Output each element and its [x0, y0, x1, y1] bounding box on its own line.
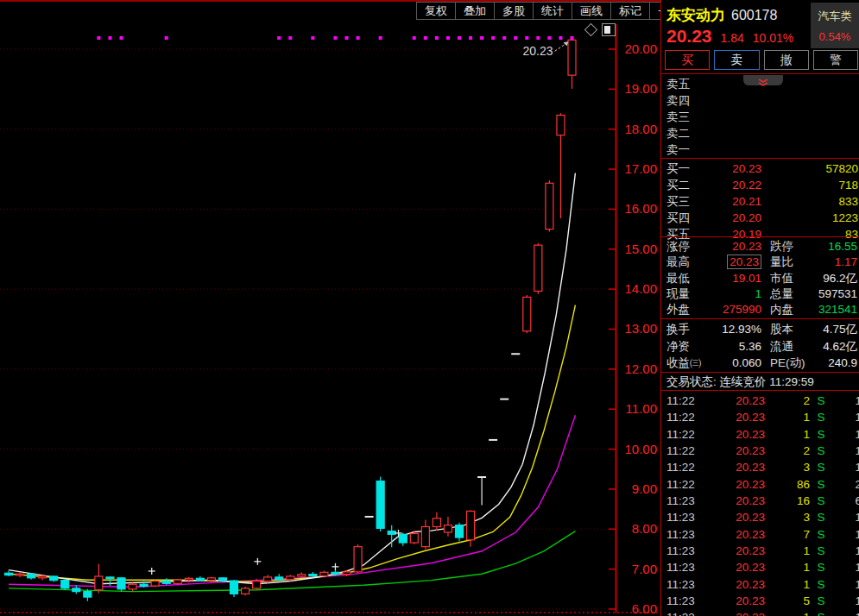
signal-dot	[413, 36, 416, 40]
bid-row[interactable]: 买四20.201223	[661, 210, 859, 226]
buy-button[interactable]: 买	[665, 50, 710, 70]
candle-body	[376, 481, 384, 529]
signal-dot	[514, 36, 517, 40]
bid-volume: 1223	[761, 210, 859, 226]
tick-list[interactable]: 11:2220.232S111:2220.231S111:2220.231S11…	[661, 393, 859, 616]
cancel-button[interactable]: 撤	[764, 50, 809, 70]
signal-dot	[108, 36, 111, 40]
ask-volume	[761, 125, 859, 141]
stock-name: 东安动力	[666, 7, 725, 23]
candle-body	[309, 575, 317, 576]
tick-price: 20.23	[703, 576, 765, 593]
toolbar-button-画线[interactable]: 画线	[572, 2, 611, 20]
stat-label: PE(动)	[761, 355, 806, 371]
y-axis-label: 7.00	[632, 562, 657, 576]
tick-volume: 5	[765, 593, 810, 609]
bid-price: 20.22	[701, 177, 761, 193]
ask-price	[701, 92, 761, 109]
signal-dot	[469, 36, 472, 40]
tick-price: 20.23	[703, 443, 765, 459]
tick-price: 20.23	[703, 426, 765, 443]
ask-row[interactable]: 卖四	[661, 92, 859, 109]
tick-price: 20.23	[703, 509, 765, 525]
tick-count: 1	[832, 393, 859, 409]
ma-line-MA-yellow	[9, 305, 575, 582]
stat-value: 20.23	[703, 239, 761, 255]
sell-button[interactable]: 卖	[714, 50, 759, 70]
tick-row: 11:2220.2386S2	[661, 476, 859, 493]
separator	[661, 158, 859, 159]
candle-body	[320, 572, 328, 575]
candle-body	[106, 577, 114, 579]
ask-price	[701, 125, 761, 141]
kline-chart[interactable]: 20.0019.0018.0017.0016.0015.0014.0013.00…	[0, 0, 660, 616]
price-row: 20.231.8410.01%	[666, 26, 793, 47]
collapse-orderbook-tab[interactable]	[743, 75, 783, 85]
tick-time: 11:22	[661, 409, 703, 425]
ask-row[interactable]: 卖二	[661, 125, 859, 141]
alert-button[interactable]: 警	[813, 50, 858, 70]
stat-label: 股本	[761, 322, 806, 337]
ask-volume	[761, 141, 859, 158]
stat-value: 4.75亿	[806, 322, 859, 337]
bid-row[interactable]: 买二20.22718	[661, 177, 859, 193]
candle-body	[162, 581, 170, 584]
toolbar-button-复权[interactable]: 复权	[416, 2, 456, 20]
sector-box[interactable]: 汽车类 0.54%	[811, 3, 859, 48]
signal-dot	[525, 36, 528, 40]
tick-side: S	[810, 393, 832, 409]
candle-body	[16, 574, 24, 575]
sector-change-pct: 0.54%	[811, 30, 859, 43]
tick-volume: 1	[765, 543, 810, 559]
toolbar-button-叠加[interactable]: 叠加	[455, 2, 495, 20]
tick-volume: 1	[765, 559, 810, 575]
stat-label: 最高	[661, 255, 703, 270]
candle-body	[523, 297, 531, 330]
toolbar-button-多股[interactable]: 多股	[494, 2, 534, 20]
toolbar-button-标记[interactable]: 标记	[610, 2, 650, 20]
tick-row: 11:2320.235S1	[661, 593, 859, 609]
separator	[661, 236, 859, 237]
tick-side: S	[810, 426, 832, 443]
signal-dot	[345, 36, 349, 40]
tick-volume: 3	[765, 459, 810, 475]
panel-toggle-icon[interactable]	[602, 23, 616, 36]
tick-count: 6	[832, 493, 859, 509]
bid-volume: 57820	[761, 160, 859, 177]
tick-time: 11:23	[661, 576, 703, 593]
price-change-pct: 10.01%	[753, 31, 793, 45]
toolbar-button-统计[interactable]: 统计	[533, 2, 572, 20]
bid-label: 买三	[661, 193, 701, 210]
tick-row: 11:2320.231S1	[661, 543, 859, 559]
tick-count: 1	[832, 443, 859, 459]
bid-row[interactable]: 买三20.21833	[661, 193, 859, 210]
separator	[661, 318, 859, 319]
ma-line-MA-green	[9, 531, 575, 592]
stat-label: 市值	[761, 271, 806, 286]
tick-time: 11:23	[661, 526, 703, 543]
ask-row[interactable]: 卖三	[661, 109, 859, 125]
candle-body	[95, 576, 103, 590]
candle-body	[207, 578, 215, 581]
bid-volume: 833	[761, 193, 859, 210]
signal-dot	[288, 36, 292, 40]
candle-body	[117, 578, 125, 589]
stat-row: 最高20.23量比1.17	[661, 255, 859, 270]
stat-value: 275990	[703, 302, 761, 317]
tick-side: S	[810, 559, 832, 575]
candle-body	[242, 588, 249, 594]
candle-body	[231, 581, 238, 594]
tick-row: 11:2320.231S1	[661, 559, 859, 575]
bid-label: 买四	[661, 210, 701, 226]
y-axis-label: 18.00	[624, 122, 657, 136]
tick-side: S	[810, 509, 832, 525]
ask-row[interactable]: 卖一	[661, 141, 859, 158]
signal-dot	[379, 36, 382, 40]
stat-label: 量比	[761, 255, 806, 270]
candle-body	[61, 581, 69, 588]
signal-dot	[547, 36, 551, 40]
bid-row[interactable]: 买一20.2357820	[661, 160, 859, 177]
stat-label: 外盘	[661, 302, 703, 317]
quote-panel: 东安动力600178 20.231.8410.01% 汽车类 0.54% 买卖撤…	[660, 0, 859, 616]
tick-time: 11:22	[661, 443, 703, 459]
